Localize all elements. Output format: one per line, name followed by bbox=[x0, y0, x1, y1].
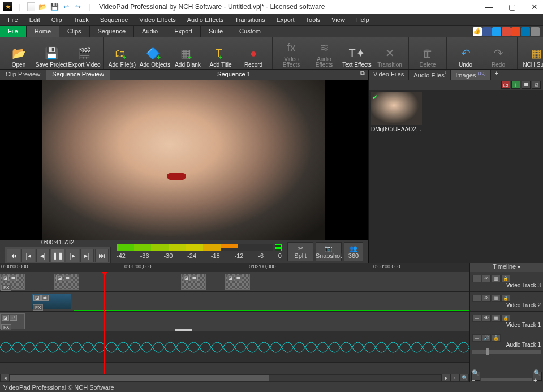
ribbon-tab-export[interactable]: Export bbox=[166, 26, 201, 37]
menu-video-effects[interactable]: Video Effects bbox=[133, 15, 181, 25]
track-collapse-icon[interactable]: — bbox=[472, 315, 481, 322]
scrollbar-track[interactable] bbox=[10, 375, 441, 381]
ribbon-tab-audio[interactable]: Audio bbox=[134, 26, 166, 37]
track-collapse-icon[interactable]: — bbox=[472, 295, 481, 302]
timeline-hscroll[interactable]: ◂ ▸ ↔ 🔍 bbox=[0, 374, 469, 382]
track-video-1[interactable]: ◪⇄ FX bbox=[0, 312, 469, 331]
qat-redo-icon[interactable]: ↪ bbox=[74, 2, 83, 11]
menu-sequence[interactable]: Sequence bbox=[94, 15, 134, 25]
vr360-button[interactable]: 👥360 bbox=[344, 242, 363, 261]
tab-sequence-preview[interactable]: Sequence Preview bbox=[46, 70, 110, 80]
menu-export[interactable]: Export bbox=[271, 15, 300, 25]
ribbon-video-effects-button[interactable]: fxVideo Effects bbox=[275, 37, 308, 68]
track-audio-1[interactable] bbox=[0, 331, 469, 363]
track-collapse-icon[interactable]: — bbox=[472, 275, 481, 282]
track-lock-icon[interactable]: 🔒 bbox=[492, 334, 501, 342]
track-video-3[interactable]: ◪⇄ ◪⇄ ◪⇄ ◪⇄ FX bbox=[0, 272, 469, 292]
twitter-icon[interactable] bbox=[492, 27, 501, 36]
thumb-up-icon[interactable]: 👍 bbox=[473, 27, 482, 36]
gplus-icon[interactable] bbox=[502, 27, 511, 36]
fx-badge[interactable]: FX bbox=[33, 304, 43, 311]
ribbon-audio-effects-button[interactable]: ≋Audio Effects bbox=[308, 37, 341, 68]
add-tab-button[interactable]: + bbox=[491, 70, 502, 80]
fx-badge[interactable]: FX bbox=[1, 324, 11, 330]
step-fwd-button[interactable]: |▸ bbox=[66, 249, 79, 262]
media-add-icon[interactable]: + bbox=[511, 81, 520, 89]
scrollbar-thumb[interactable] bbox=[10, 375, 269, 381]
prev-frame-button[interactable]: |◂ bbox=[21, 249, 35, 262]
media-thumb[interactable]: ✔ DMqt6CiUEAAO2ET.jpg bbox=[371, 92, 422, 132]
split-button[interactable]: ✂Split bbox=[287, 242, 313, 261]
track-eye-icon[interactable]: 👁 bbox=[482, 315, 491, 322]
track-grid-icon[interactable]: ▦ bbox=[492, 275, 501, 282]
ribbon-tab-home[interactable]: Home bbox=[27, 26, 59, 37]
facebook-icon[interactable] bbox=[482, 27, 492, 36]
track-lock-icon[interactable]: 🔒 bbox=[501, 315, 510, 322]
ribbon-add-title-button[interactable]: T+Add Title bbox=[204, 37, 237, 68]
qat-open-icon[interactable]: 📂 bbox=[38, 2, 47, 11]
ribbon-text-effects-button[interactable]: T✦Text Effects bbox=[341, 37, 373, 68]
scroll-left-button[interactable]: ◂ bbox=[1, 374, 9, 381]
ribbon-tab-suite[interactable]: Suite bbox=[201, 26, 231, 37]
track-lock-icon[interactable]: 🔒 bbox=[501, 275, 510, 282]
track-video-2[interactable]: ◪⇄ FX bbox=[0, 292, 469, 312]
track-header-video-2[interactable]: —👁▦🔒 Video Track 2 bbox=[470, 292, 543, 312]
qat-undo-icon[interactable]: ↩ bbox=[62, 2, 71, 11]
goto-start-button[interactable]: ⏮ bbox=[7, 249, 20, 262]
track-header-audio-1[interactable]: —🔊🔒 Audio Track 1 bbox=[470, 331, 543, 356]
menu-help[interactable]: Help bbox=[351, 15, 375, 25]
linkedin-icon[interactable] bbox=[521, 27, 530, 36]
ribbon-nch-suite-button[interactable]: ▦NCH Suite bbox=[520, 37, 543, 68]
ribbon-tab-sequence[interactable]: Sequence bbox=[90, 26, 135, 37]
ribbon-record-button[interactable]: ●Record bbox=[237, 37, 270, 68]
playhead[interactable] bbox=[104, 272, 105, 374]
track-collapse-icon[interactable]: — bbox=[472, 334, 481, 342]
track-eye-icon[interactable]: 👁 bbox=[482, 275, 491, 282]
qat-save-icon[interactable]: 💾 bbox=[50, 2, 59, 11]
menu-clip[interactable]: Clip bbox=[46, 15, 68, 25]
timeline-dropdown[interactable]: Timeline ▾ bbox=[470, 263, 543, 272]
ribbon-open-button[interactable]: 📂Open bbox=[2, 37, 35, 68]
scroll-right-button[interactable]: ▸ bbox=[442, 374, 450, 381]
step-back-button[interactable]: ◂| bbox=[36, 249, 50, 262]
zoom-fit-icon[interactable]: 🔍 bbox=[460, 374, 468, 381]
menu-audio-effects[interactable]: Audio Effects bbox=[182, 15, 230, 25]
next-frame-button[interactable]: ▸| bbox=[80, 249, 94, 262]
track-grid-icon[interactable]: ▦ bbox=[492, 295, 501, 302]
ribbon-save-project-button[interactable]: 💾Save Project bbox=[35, 37, 68, 68]
close-button[interactable]: ✕ bbox=[529, 2, 540, 12]
goto-end-button[interactable]: ⏭ bbox=[95, 249, 109, 262]
ribbon-tab-clips[interactable]: Clips bbox=[59, 26, 89, 37]
track-header-video-1[interactable]: —👁▦🔒 Video Track 1 bbox=[470, 312, 543, 331]
menu-tools[interactable]: Tools bbox=[300, 15, 326, 25]
timeline[interactable]: 0:00:00,000 0:01:00,000 0:02:00,000 0:03… bbox=[0, 263, 469, 382]
menu-view[interactable]: View bbox=[326, 15, 351, 25]
media-bin-icon[interactable]: 🗂 bbox=[501, 81, 510, 89]
menu-edit[interactable]: Edit bbox=[24, 15, 46, 25]
snapshot-button[interactable]: 📷Snapshot bbox=[316, 242, 342, 261]
track-lock-icon[interactable]: 🔒 bbox=[501, 295, 510, 302]
ribbon-export-video-button[interactable]: 🎬Export Video bbox=[68, 37, 101, 68]
zoom-out-button[interactable]: 🔍− bbox=[471, 372, 480, 381]
stumble-icon[interactable] bbox=[511, 27, 520, 36]
ribbon-tab-file[interactable]: File bbox=[0, 26, 27, 37]
track-header-video-3[interactable]: —👁▦🔒 Video Track 3 bbox=[470, 272, 543, 292]
ribbon-transition-button[interactable]: ✕Transition bbox=[373, 37, 406, 68]
maximize-button[interactable]: ▢ bbox=[507, 2, 517, 12]
timeline-ruler[interactable]: 0:00:00,000 0:01:00,000 0:02:00,000 0:03… bbox=[0, 263, 469, 272]
ribbon-redo-button[interactable]: ↷Redo bbox=[482, 37, 515, 68]
track-mute-icon[interactable]: 🔊 bbox=[482, 334, 491, 342]
ribbon-delete-button[interactable]: 🗑Delete bbox=[411, 37, 444, 68]
play-pause-button[interactable]: ❚❚ bbox=[51, 249, 64, 262]
share-icon[interactable] bbox=[531, 27, 540, 36]
zoom-slider[interactable] bbox=[481, 378, 532, 381]
timeline-clip[interactable]: ◪⇄ bbox=[181, 274, 206, 290]
tab-video-files[interactable]: Video Files bbox=[369, 70, 409, 80]
track-grid-icon[interactable]: ▦ bbox=[492, 315, 501, 322]
track-eye-icon[interactable]: 👁 bbox=[482, 295, 491, 302]
tab-clip-preview[interactable]: Clip Preview bbox=[0, 70, 46, 80]
menu-file[interactable]: File bbox=[2, 15, 24, 25]
ribbon-add-objects-button[interactable]: 🔷+Add Objects bbox=[139, 37, 171, 68]
ribbon-add-blank-button[interactable]: ▦+Add Blank bbox=[171, 37, 204, 68]
preview-viewport[interactable] bbox=[0, 80, 368, 240]
